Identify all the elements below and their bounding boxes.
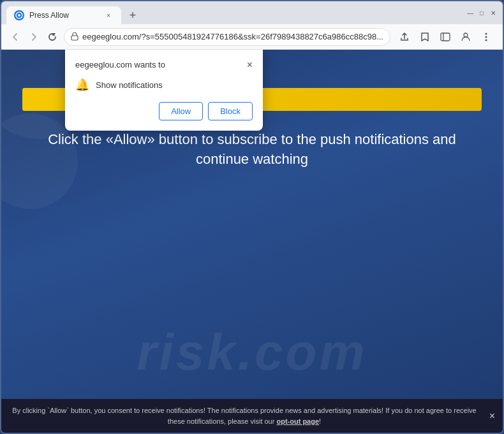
window-controls: — □ ✕ bbox=[466, 8, 498, 17]
page-content: risk.com 99% Click the «Allow» button to… bbox=[1, 50, 503, 433]
url-text: eegeeglou.com/?s=555005481924776186&ssk=… bbox=[82, 32, 383, 41]
tab-bar: Press Allow × + bbox=[6, 1, 461, 24]
tab-close-button[interactable]: × bbox=[103, 10, 114, 20]
popup-notification-row: 🔔 Show notifications bbox=[75, 78, 253, 92]
svg-point-1 bbox=[18, 14, 20, 17]
block-button[interactable]: Block bbox=[208, 102, 253, 120]
popup-title: eegeeglou.com wants to bbox=[75, 60, 165, 69]
svg-rect-2 bbox=[71, 36, 78, 40]
menu-icon[interactable] bbox=[477, 28, 495, 46]
minimize-button[interactable]: — bbox=[466, 8, 475, 17]
consent-text-end: ! bbox=[319, 417, 321, 425]
profile-icon[interactable] bbox=[457, 28, 475, 46]
popup-header: eegeeglou.com wants to × bbox=[75, 60, 253, 70]
back-button[interactable] bbox=[9, 29, 22, 45]
popup-close-button[interactable]: × bbox=[247, 60, 253, 70]
bookmark-icon[interactable] bbox=[416, 28, 434, 46]
svg-point-8 bbox=[485, 39, 487, 41]
notification-label: Show notifications bbox=[96, 80, 163, 90]
popup-buttons: Allow Block bbox=[75, 102, 253, 120]
svg-rect-3 bbox=[441, 33, 450, 41]
consent-bar: By clicking `Allow` button, you consent … bbox=[1, 399, 503, 433]
svg-point-6 bbox=[485, 33, 487, 34]
sidebar-icon[interactable] bbox=[436, 28, 454, 46]
bell-icon: 🔔 bbox=[75, 78, 89, 92]
lock-icon bbox=[71, 32, 78, 42]
tab-title: Press Allow bbox=[29, 11, 98, 20]
notification-popup: eegeeglou.com wants to × 🔔 Show notifica… bbox=[65, 50, 263, 131]
cta-line2: continue watching bbox=[196, 151, 308, 167]
toolbar-icons bbox=[396, 28, 495, 46]
new-tab-button[interactable]: + bbox=[124, 6, 142, 24]
svg-point-5 bbox=[464, 33, 468, 37]
refresh-button[interactable] bbox=[45, 29, 59, 45]
consent-text: By clicking `Allow` button, you consent … bbox=[12, 407, 476, 425]
cta-text: Click the «Allow» button to subscribe to… bbox=[48, 130, 456, 170]
watermark: risk.com bbox=[137, 323, 367, 382]
allow-button[interactable]: Allow bbox=[159, 102, 203, 120]
browser-window: Press Allow × + — □ ✕ eegeeglou.com/?s=5… bbox=[0, 0, 504, 434]
tab-favicon bbox=[14, 10, 24, 20]
url-bar[interactable]: eegeeglou.com/?s=555005481924776186&ssk=… bbox=[64, 28, 390, 46]
cta-line1: Click the «Allow» button to subscribe to… bbox=[48, 131, 456, 147]
forward-button[interactable] bbox=[27, 29, 41, 45]
svg-point-7 bbox=[485, 36, 487, 38]
title-bar: Press Allow × + — □ ✕ bbox=[1, 1, 503, 24]
address-bar: eegeeglou.com/?s=555005481924776186&ssk=… bbox=[1, 24, 503, 50]
active-tab[interactable]: Press Allow × bbox=[6, 6, 121, 24]
consent-close-button[interactable]: × bbox=[489, 409, 495, 424]
opt-out-link[interactable]: opt-out page bbox=[276, 417, 319, 425]
close-button[interactable]: ✕ bbox=[489, 8, 498, 17]
maximize-button[interactable]: □ bbox=[477, 8, 486, 17]
share-icon[interactable] bbox=[396, 28, 413, 46]
